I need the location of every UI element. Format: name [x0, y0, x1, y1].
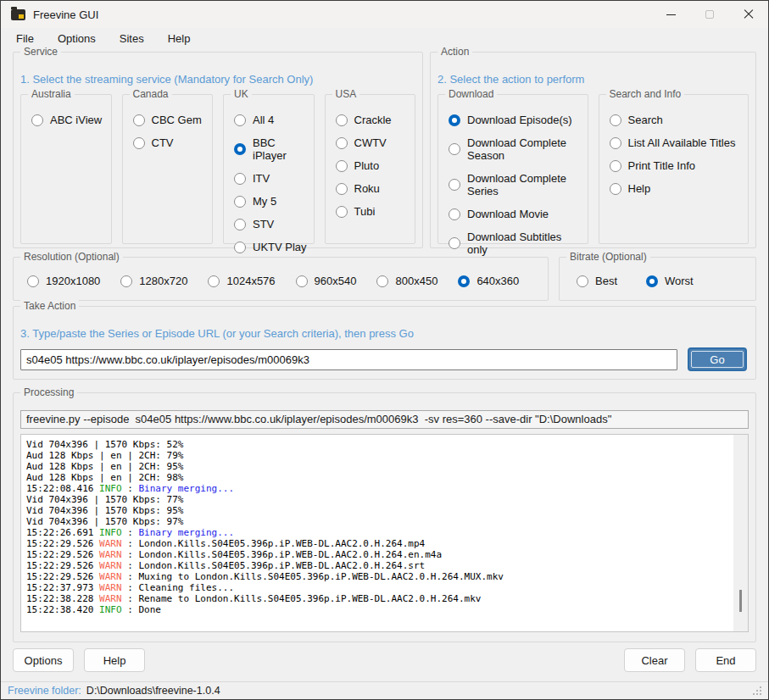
options-button[interactable]: Options — [13, 648, 74, 672]
log-output-area[interactable]: Vid 704x396 | 1570 Kbps: 52%Aud 128 Kbps… — [20, 434, 749, 632]
radio-crackle[interactable]: Crackle — [336, 114, 410, 126]
resolution-group-title: Resolution (Optional) — [20, 251, 123, 263]
go-button[interactable]: Go — [688, 347, 747, 371]
log-segment: Vid 704x396 | 1570 Kbps: 52% — [26, 439, 183, 450]
radio-uktv-play[interactable]: UKTV Play — [234, 241, 309, 253]
log-segment: WARN — [99, 549, 122, 560]
australia-radio-list: ABC iView — [31, 114, 106, 126]
download-groupbox: Download Download Episode(s)Download Com… — [437, 94, 588, 244]
radio-best[interactable]: Best — [577, 275, 617, 287]
radio-cwtv[interactable]: CWTV — [336, 136, 410, 149]
download-group-title: Download — [445, 88, 497, 100]
radio-help[interactable]: Help — [610, 182, 744, 195]
menu-help[interactable]: Help — [159, 30, 199, 47]
radio-960x540[interactable]: 960x540 — [296, 275, 357, 287]
radio-label: My 5 — [253, 195, 276, 208]
radio-download-complete-series[interactable]: Download Complete Series — [449, 172, 582, 197]
log-segment: Aud 128 Kbps | en | 2CH: 79% — [26, 450, 183, 461]
radio-800x450[interactable]: 800x450 — [376, 275, 437, 287]
radio-unselected-icon — [449, 143, 460, 155]
help-button[interactable]: Help — [84, 648, 145, 672]
close-button[interactable] — [729, 1, 768, 28]
radio-search[interactable]: Search — [610, 114, 744, 126]
maximize-button[interactable] — [690, 1, 729, 28]
radio-roku[interactable]: Roku — [336, 182, 410, 195]
content-area: Service 1. Select the streaming service … — [1, 48, 768, 642]
radio-label: Download Movie — [467, 208, 549, 220]
radio-print-title-info[interactable]: Print Title Info — [610, 159, 744, 172]
log-line: Vid 704x396 | 1570 Kbps: 77% — [26, 494, 730, 505]
australia-group-title: Australia — [28, 88, 75, 100]
radio-label: 1920x1080 — [46, 275, 100, 287]
usa-radio-list: CrackleCWTVPlutoRokuTubi — [336, 114, 410, 218]
app-window: Freevine GUI File Options Sites Help Ser… — [0, 0, 769, 700]
radio-unselected-icon — [336, 160, 348, 172]
menu-file[interactable]: File — [8, 30, 42, 47]
log-segment: London.Kills.S04E05.396p.iP.WEB-DL.AAC2.… — [138, 549, 442, 560]
radio-unselected-icon — [610, 160, 621, 172]
radio-unselected-icon — [234, 173, 246, 185]
radio-ctv[interactable]: CTV — [133, 136, 208, 149]
log-segment: : — [122, 593, 139, 604]
radio-1280x720[interactable]: 1280x720 — [120, 275, 187, 287]
radio-cbc-gem[interactable]: CBC Gem — [133, 114, 208, 126]
log-scrollbar[interactable] — [733, 435, 748, 631]
radio-unselected-icon — [449, 208, 460, 220]
radio-label: Help — [628, 182, 651, 195]
end-button[interactable]: End — [695, 648, 756, 672]
url-input[interactable] — [20, 349, 677, 370]
window-title: Freevine GUI — [33, 8, 98, 21]
radio-pluto[interactable]: Pluto — [336, 159, 410, 172]
log-line: Vid 704x396 | 1570 Kbps: 52% — [26, 439, 730, 450]
log-line: 15:22:37.973 WARN : Cleaning files... — [26, 582, 730, 593]
log-segment: Done — [138, 604, 161, 615]
radio-list-all-available-titles[interactable]: List All Available Titles — [610, 136, 744, 149]
radio-worst[interactable]: Worst — [646, 275, 694, 287]
radio-stv[interactable]: STV — [234, 218, 309, 231]
radio-unselected-icon — [234, 242, 246, 253]
radio-unselected-icon — [133, 137, 145, 149]
radio-label: Download Complete Series — [467, 172, 582, 197]
bitrate-groupbox: Bitrate (Optional) BestWorst — [559, 257, 756, 301]
log-segment: : — [122, 604, 139, 615]
resize-grip-icon[interactable] — [753, 686, 761, 695]
radio-label: CBC Gem — [152, 114, 202, 126]
log-line: Aud 128 Kbps | en | 2CH: 98% — [26, 472, 730, 483]
log-segment: Muxing to London.Kills.S04E05.396p.iP.WE… — [138, 571, 503, 582]
action-groupbox: Action 2. Select the action to perform D… — [430, 52, 756, 248]
radio-download-episode-s-[interactable]: Download Episode(s) — [449, 114, 582, 126]
log-segment: Vid 704x396 | 1570 Kbps: 95% — [26, 505, 183, 516]
menu-options[interactable]: Options — [49, 30, 104, 47]
radio-640x360[interactable]: 640x360 — [458, 275, 519, 287]
radio-my-5[interactable]: My 5 — [234, 195, 309, 208]
radio-selected-icon — [449, 114, 460, 126]
clear-button[interactable]: Clear — [624, 648, 685, 672]
action-instruction: 2. Select the action to perform — [437, 73, 749, 86]
service-groupbox: Service 1. Select the streaming service … — [13, 52, 423, 248]
log-segment: : — [122, 582, 139, 593]
log-scrollbar-thumb[interactable] — [739, 590, 742, 612]
radio-label: All 4 — [253, 114, 274, 126]
canada-radio-list: CBC GemCTV — [133, 114, 208, 149]
radio-all-4[interactable]: All 4 — [234, 114, 309, 126]
radio-download-subtitles-only[interactable]: Download Subtitles only — [449, 231, 582, 256]
menubar: File Options Sites Help — [1, 28, 768, 48]
command-line-field[interactable]: freevine.py --episode s04e05 https://www… — [20, 410, 749, 429]
radio-bbc-iplayer[interactable]: BBC iPlayer — [234, 136, 309, 162]
radio-1024x576[interactable]: 1024x576 — [208, 275, 275, 287]
radio-1920x1080[interactable]: 1920x1080 — [27, 275, 100, 287]
radio-tubi[interactable]: Tubi — [336, 205, 410, 218]
menu-sites[interactable]: Sites — [111, 30, 153, 47]
minimize-button[interactable] — [651, 1, 690, 28]
log-segment: INFO — [99, 604, 122, 615]
radio-download-movie[interactable]: Download Movie — [449, 208, 582, 220]
radio-itv[interactable]: ITV — [234, 172, 309, 185]
radio-unselected-icon — [577, 275, 588, 287]
radio-label: 640x360 — [476, 275, 519, 287]
radio-abc-iview[interactable]: ABC iView — [31, 114, 106, 126]
log-segment: Aud 128 Kbps | en | 2CH: 95% — [26, 461, 183, 472]
uk-radio-list: All 4BBC iPlayerITVMy 5STVUKTV Play — [234, 114, 309, 253]
radio-download-complete-season[interactable]: Download Complete Season — [449, 136, 582, 162]
radio-unselected-icon — [234, 196, 246, 208]
log-line: 15:22:29.526 WARN : London.Kills.S04E05.… — [26, 538, 730, 549]
